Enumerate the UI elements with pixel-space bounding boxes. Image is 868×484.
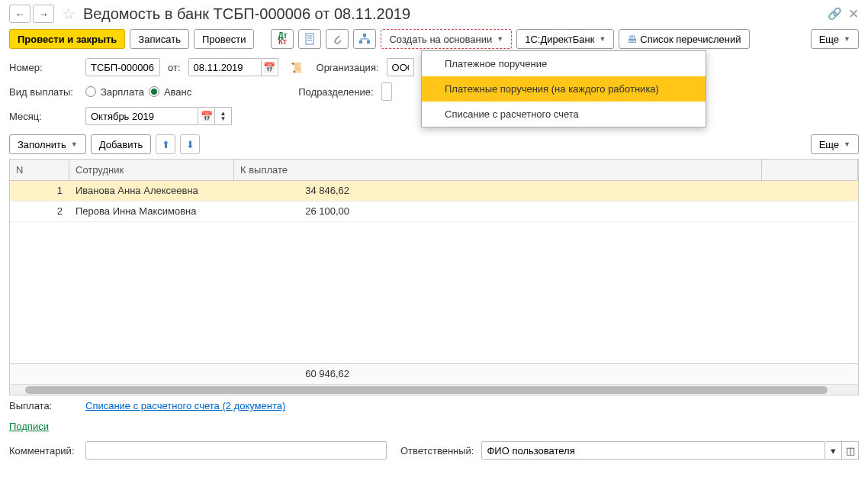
svg-rect-5 bbox=[359, 40, 362, 44]
back-button[interactable]: ← bbox=[9, 5, 31, 23]
chevron-down-icon: ▼ bbox=[844, 35, 850, 43]
add-button[interactable]: Добавить bbox=[91, 134, 151, 154]
attachment-button[interactable] bbox=[326, 29, 349, 49]
responsible-open-button[interactable]: ◫ bbox=[842, 441, 859, 460]
col-employee[interactable]: Сотрудник bbox=[69, 160, 234, 180]
org-input[interactable] bbox=[387, 58, 414, 76]
forward-button[interactable]: → bbox=[33, 5, 54, 23]
total-pay: 60 946,62 bbox=[234, 364, 356, 384]
calendar-button[interactable]: 📅 bbox=[262, 58, 278, 76]
close-button[interactable]: ✕ bbox=[848, 6, 859, 22]
month-input[interactable] bbox=[85, 107, 198, 125]
create-based-on-button[interactable]: Создать на основании▼ bbox=[381, 29, 512, 49]
post-button[interactable]: Провести bbox=[194, 29, 255, 49]
org-label: Организация: bbox=[317, 62, 379, 73]
from-label: от: bbox=[168, 62, 181, 73]
chevron-down-icon: ▼ bbox=[599, 35, 606, 43]
number-label: Номер: bbox=[9, 62, 78, 73]
page-title: Ведомость в банк ТСБП-000006 от 08.11.20… bbox=[83, 5, 823, 23]
dtkt-button[interactable]: ДтКт bbox=[271, 29, 294, 49]
table-row[interactable]: 1 Иванова Анна Алексеевна 34 846,62 bbox=[10, 181, 858, 202]
radio-salary[interactable] bbox=[85, 86, 96, 97]
svg-rect-0 bbox=[306, 34, 313, 44]
signatures-link[interactable]: Подписи bbox=[9, 421, 49, 432]
col-spacer bbox=[762, 160, 858, 180]
col-pay[interactable]: К выплате bbox=[234, 160, 762, 180]
menu-payment-order[interactable]: Платежное поручение bbox=[422, 51, 706, 76]
fill-button[interactable]: Заполнить▼ bbox=[9, 134, 86, 154]
radio-advance[interactable] bbox=[149, 86, 159, 97]
save-button[interactable]: Записать bbox=[130, 29, 189, 49]
favorite-icon[interactable]: ☆ bbox=[62, 5, 76, 23]
responsible-dropdown-button[interactable]: ▾ bbox=[825, 441, 842, 460]
list-transfers-button[interactable]: 🖶Список перечислений bbox=[619, 29, 749, 49]
dept-input[interactable] bbox=[381, 82, 392, 101]
chevron-down-icon: ▼ bbox=[497, 35, 503, 43]
date-input[interactable] bbox=[188, 58, 262, 76]
month-label: Месяц: bbox=[9, 111, 78, 122]
month-calendar-button[interactable]: 📅 bbox=[198, 107, 215, 125]
responsible-label: Ответственный: bbox=[400, 445, 474, 457]
number-input[interactable] bbox=[85, 58, 160, 76]
chevron-down-icon: ▼ bbox=[71, 140, 78, 148]
direct-bank-button[interactable]: 1С:ДиректБанк▼ bbox=[516, 29, 614, 49]
chevron-down-icon: ▼ bbox=[844, 140, 850, 148]
move-up-button[interactable]: ⬆ bbox=[156, 134, 175, 154]
dept-label: Подразделение: bbox=[298, 86, 373, 98]
comment-label: Комментарий: bbox=[9, 445, 78, 457]
comment-input[interactable] bbox=[85, 441, 387, 460]
radio-salary-label: Зарплата bbox=[101, 86, 144, 98]
more-button[interactable]: Еще▼ bbox=[811, 29, 859, 49]
menu-bank-withdrawal[interactable]: Списание с расчетного счета bbox=[422, 102, 706, 127]
pay-type-label: Вид выплаты: bbox=[9, 86, 78, 98]
svg-rect-6 bbox=[367, 40, 370, 44]
move-down-button[interactable]: ⬇ bbox=[180, 134, 200, 154]
responsible-input[interactable] bbox=[481, 441, 825, 460]
menu-payment-orders-per-employee[interactable]: Платежные поручения (на каждого работник… bbox=[422, 76, 706, 102]
month-spinner[interactable]: ▲▼ bbox=[215, 107, 232, 125]
post-and-close-button[interactable]: Провести и закрыть bbox=[9, 29, 125, 49]
table-row[interactable]: 2 Перова Инна Максимовна 26 100,00 bbox=[10, 202, 858, 222]
radio-advance-label: Аванс bbox=[164, 86, 191, 98]
table-more-button[interactable]: Еще▼ bbox=[811, 134, 859, 154]
horizontal-scrollbar[interactable] bbox=[10, 384, 858, 395]
col-n[interactable]: N bbox=[10, 160, 69, 180]
payout-link[interactable]: Списание с расчетного счета (2 документа… bbox=[85, 400, 285, 411]
create-based-menu: Платежное поручение Платежные поручения … bbox=[421, 50, 706, 127]
structure-button[interactable] bbox=[353, 29, 376, 49]
payout-label: Выплата: bbox=[9, 400, 78, 411]
employees-table: N Сотрудник К выплате 1 Иванова Анна Але… bbox=[9, 159, 859, 395]
printer-icon: 🖶 bbox=[627, 34, 637, 45]
link-icon[interactable]: 🔗 bbox=[828, 7, 842, 21]
svg-rect-4 bbox=[363, 34, 366, 37]
document-icon-button[interactable] bbox=[298, 29, 321, 49]
scroll-icon[interactable]: 📜 bbox=[291, 62, 303, 73]
